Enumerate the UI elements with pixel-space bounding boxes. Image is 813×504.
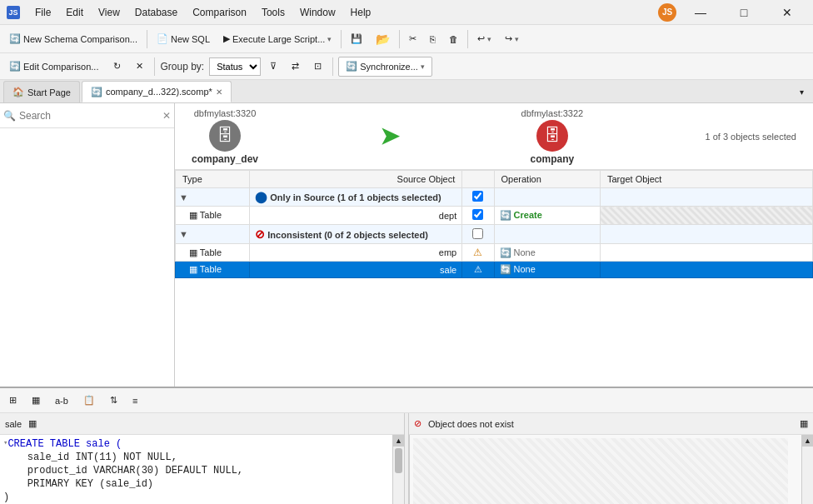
table-row-dept: ▦ Table dept 🔄 Create — [176, 207, 813, 225]
menu-file[interactable]: File — [28, 5, 57, 20]
section-only-in-source: ▼ ⬤ Only in Source (1 of 1 objects selec… — [176, 188, 813, 207]
user-avatar: JS — [658, 3, 676, 22]
right-code-panel[interactable] — [409, 435, 801, 504]
menu-edit[interactable]: Edit — [59, 5, 90, 20]
sort-button[interactable]: ⇅ — [104, 389, 123, 412]
col-header-operation: Operation — [494, 171, 601, 188]
target-db-name: dbfmylast:3322 — [521, 108, 584, 118]
start-page-icon: 🏠 — [12, 87, 24, 97]
right-code-container: ⊘ Object does not exist ▦ ▲ ▼ ◄ ► — [409, 413, 813, 504]
expand-all-button[interactable]: ≡ — [127, 389, 143, 412]
comparison-tab-icon: 🔄 — [91, 87, 102, 97]
left-code-panel[interactable]: ▾ CREATE TABLE sale ( sale_id INT(11) NO… — [0, 435, 392, 504]
edit-comparison-button[interactable]: 🔄 Edit Comparison... — [3, 55, 104, 78]
dept-checkbox-cell — [462, 207, 494, 225]
copy-diff-icon: 📋 — [83, 395, 95, 406]
sort-icon: ⇅ — [110, 395, 117, 406]
code-line-3: product_id VARCHAR(30) DEFAULT NULL, — [3, 465, 379, 478]
emp-checkbox-cell: ⚠ — [462, 244, 494, 262]
table-row-emp: ▦ Table emp ⚠ 🔄 None — [176, 244, 813, 262]
new-sql-button[interactable]: 📄 New SQL — [151, 27, 216, 51]
group-by-select[interactable]: Status Type Name — [209, 57, 261, 76]
section2-checkbox[interactable] — [472, 228, 483, 239]
menu-database[interactable]: Database — [128, 5, 184, 20]
section1-expand-icon[interactable]: ▼ — [179, 192, 188, 202]
emp-table-icon: ▦ — [189, 247, 197, 257]
diff-view-button[interactable]: ⊞ — [3, 389, 22, 412]
ab-view-button[interactable]: a-b — [49, 389, 74, 412]
emp-warning-icon: ⚠ — [473, 247, 482, 258]
section1-label: Only in Source (1 of 1 objects selected) — [270, 192, 441, 202]
bottom-code-area: sale ▦ ▾ CREATE TABLE sale ( sale_id INT… — [0, 413, 813, 504]
toolbar-separator4 — [467, 30, 468, 48]
main-area: 🔍 ✕ dbfmylast:3320 🗄 company_dev ➤ dbfmy… — [0, 103, 813, 387]
minimize-button[interactable]: — — [681, 0, 720, 25]
edit-icon: 🔄 — [9, 61, 21, 72]
menu-window[interactable]: Window — [293, 5, 342, 20]
close-comparison-button[interactable]: ✕ — [130, 55, 149, 78]
fit-button[interactable]: ⊡ — [308, 55, 327, 78]
sync-icon: 🔄 — [346, 61, 357, 72]
right-vscroll-up[interactable]: ▲ — [802, 435, 813, 447]
filter-button[interactable]: ⊽ — [264, 55, 282, 78]
delete-button[interactable]: 🗑 — [443, 27, 464, 51]
right-code-message: Object does not exist — [428, 419, 514, 429]
right-vscrollbar[interactable]: ▲ ▼ — [801, 435, 813, 504]
toolbar-separator3 — [399, 30, 400, 48]
execute-large-script-button[interactable]: ▶ Execute Large Script... ▾ — [217, 27, 337, 51]
dept-type-cell: ▦ Table — [176, 207, 250, 225]
right-grid-icon: ▦ — [800, 418, 808, 429]
sale-label: sale — [5, 419, 22, 429]
section1-target — [601, 188, 813, 207]
sale-operation-cell: 🔄 None — [494, 262, 601, 278]
tab-comparison[interactable]: 🔄 company_d...322).scomp* ✕ — [82, 81, 232, 102]
create-icon: 🔄 — [500, 210, 511, 220]
selected-info: 1 of 3 objects selected — [706, 132, 796, 142]
synchronize-button[interactable]: 🔄 Synchronize... ▾ — [338, 57, 432, 77]
cut-button[interactable]: ✂ — [403, 27, 422, 51]
undo-button[interactable]: ↩▾ — [471, 27, 497, 51]
search-clear-icon[interactable]: ✕ — [162, 110, 171, 122]
search-input[interactable] — [19, 110, 159, 122]
sale-op-icon: 🔄 — [500, 264, 511, 274]
undo-arrow-icon: ▾ — [487, 35, 491, 43]
error-circle-icon: ⊘ — [414, 418, 421, 429]
tab-start-page[interactable]: 🏠 Start Page — [3, 81, 80, 102]
section2-no-icon: ⊘ — [255, 227, 265, 241]
vscroll-up-btn[interactable]: ▲ — [393, 435, 404, 447]
save-button[interactable]: 💾 — [345, 27, 368, 51]
object-tree — [0, 128, 174, 387]
table-icon: ▦ — [189, 210, 197, 220]
maximize-button[interactable]: □ — [725, 0, 763, 25]
refresh-button[interactable]: ↻ — [107, 55, 127, 78]
menu-bar: File Edit View Database Comparison Tools… — [28, 5, 377, 20]
new-schema-comparison-button[interactable]: 🔄 New Schema Comparison... — [3, 27, 143, 51]
col-header-cb — [462, 171, 494, 188]
open-button[interactable]: 📂 — [370, 27, 396, 51]
target-db-info: dbfmylast:3322 🗄 company — [521, 108, 584, 165]
redo-button[interactable]: ↪▾ — [499, 27, 525, 51]
section2-checkbox-cell — [462, 225, 494, 244]
bottom-panel: ⊞ ▦ a-b 📋 ⇅ ≡ sale ▦ ▾ CREATE TABLE sale… — [0, 387, 813, 504]
copy-diff-button[interactable]: 📋 — [77, 389, 101, 412]
toolbar-separator — [147, 30, 147, 48]
close-button[interactable]: ✕ — [768, 0, 806, 25]
table-row-sale[interactable]: ▦ Table sale ⚠ 🔄 None — [176, 262, 813, 278]
swap-button[interactable]: ⇄ — [286, 55, 305, 78]
section2-expand-icon[interactable]: ▼ — [179, 229, 188, 239]
menu-comparison[interactable]: Comparison — [186, 5, 253, 20]
right-panel: dbfmylast:3320 🗄 company_dev ➤ dbfmylast… — [175, 103, 813, 387]
menu-help[interactable]: Help — [344, 5, 378, 20]
titlebar: JS File Edit View Database Comparison To… — [0, 0, 813, 25]
menu-tools[interactable]: Tools — [255, 5, 292, 20]
right-vscroll-track — [802, 447, 813, 504]
tab-close-icon[interactable]: ✕ — [216, 87, 222, 97]
dept-checkbox[interactable] — [472, 209, 483, 220]
tab-overflow-button[interactable]: ▾ — [793, 81, 810, 102]
section1-checkbox[interactable] — [472, 191, 483, 202]
refresh-icon: ↻ — [113, 61, 121, 72]
table-view-button[interactable]: ▦ — [26, 389, 46, 412]
copy-button[interactable]: ⎘ — [424, 27, 441, 51]
menu-view[interactable]: View — [92, 5, 127, 20]
left-vscrollbar[interactable]: ▲ ▼ — [392, 435, 404, 504]
